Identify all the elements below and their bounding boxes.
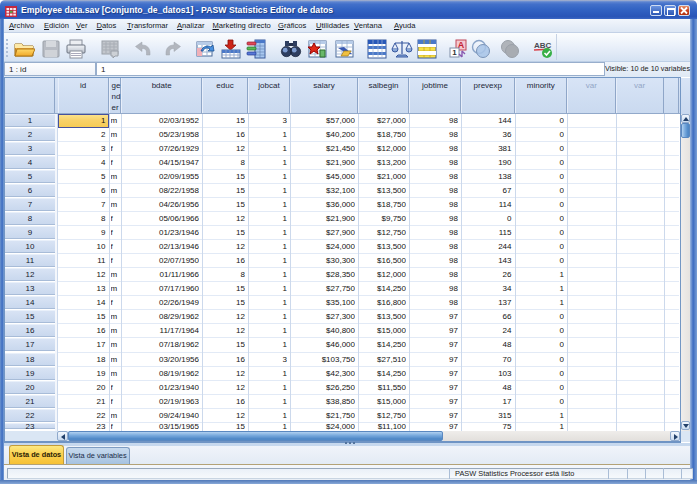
svg-text:1: 1 xyxy=(452,48,457,57)
